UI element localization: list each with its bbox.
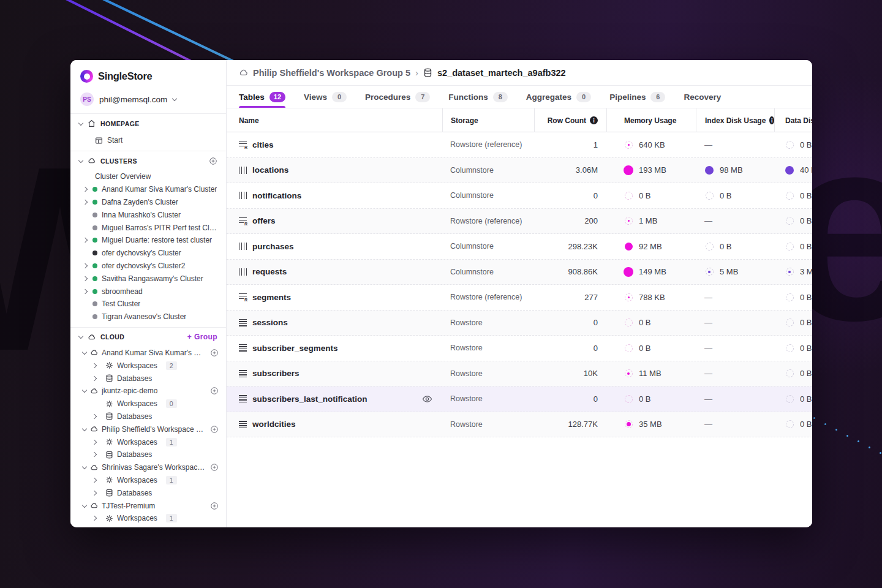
tab-functions[interactable]: Functions 8 [448, 86, 508, 108]
table-row-subscribers-last-notification[interactable]: subscribers_last_notification Rowstore 0… [227, 386, 812, 412]
info-icon[interactable] [590, 116, 598, 124]
section-cloud[interactable]: CLOUD + Group [70, 328, 226, 347]
chevron-right-icon[interactable] [83, 288, 88, 293]
add-icon[interactable] [210, 463, 219, 472]
chevron-right-icon[interactable] [83, 263, 88, 268]
tab-tables[interactable]: Tables 12 [239, 86, 285, 108]
sidebar-item-databases[interactable]: Databases [70, 410, 226, 423]
table-row-worldcities[interactable]: worldcities Rowstore 128.77K 35 MB — 0 B [227, 412, 812, 438]
storage-cell: Rowstore [442, 420, 534, 429]
column-header-data-disk[interactable]: Data Disk [774, 108, 812, 132]
column-header-index-disk-usage[interactable]: Index Disk Usage [696, 108, 774, 132]
sidebar-item-databases[interactable]: Databases [70, 448, 226, 461]
sidebar-item-cluster[interactable]: Anand Kumar Siva Kumar's Cluster [70, 183, 226, 196]
table-row-subscriber-segments[interactable]: subscriber_segments Rowstore 0 0 B — 0 B [227, 336, 812, 361]
add-group-button[interactable]: + Group [187, 333, 217, 341]
tab-label: Procedures [365, 92, 410, 102]
sidebar-item-cluster[interactable]: Miguel Barros's PITR Perf test Cluster [70, 221, 226, 234]
table-row-cities[interactable]: cities Rowstore (reference) 1 640 KB — 0… [227, 132, 812, 158]
table-row-segments[interactable]: segments Rowstore (reference) 277 788 KB… [227, 285, 812, 311]
usage-indicator-empty [785, 420, 794, 429]
sidebar-item-start[interactable]: Start [70, 133, 226, 148]
sidebar-item-workspaces[interactable]: Workspaces 1 [70, 435, 226, 448]
chevron-down-icon[interactable] [82, 464, 87, 469]
sidebar-item-databases[interactable]: Databases [70, 372, 226, 385]
user-menu[interactable]: PS phil@memsql.com [70, 85, 226, 113]
chevron-right-icon[interactable] [92, 452, 97, 457]
sidebar-item-workspace-group[interactable]: Philip Sheffield's Workspace Group 5 [70, 423, 226, 435]
column-header-memory-usage[interactable]: Memory Usage [606, 108, 696, 132]
add-icon[interactable] [210, 386, 219, 395]
chevron-right-icon[interactable] [83, 187, 88, 192]
chevron-right-icon[interactable] [92, 375, 97, 380]
chevron-right-icon[interactable] [92, 439, 97, 444]
column-header-name[interactable]: Name [227, 108, 442, 132]
chevron-down-icon[interactable] [82, 350, 87, 355]
chevron-right-icon[interactable] [92, 516, 97, 521]
tab-procedures[interactable]: Procedures 7 [365, 86, 430, 108]
section-clusters[interactable]: CLUSTERS [70, 151, 226, 170]
chevron-down-icon[interactable] [78, 157, 83, 162]
table-row-sessions[interactable]: sessions Rowstore 0 0 B — 0 B [227, 311, 812, 336]
chevron-right-icon[interactable] [92, 490, 97, 495]
column-header-storage[interactable]: Storage [442, 108, 534, 132]
chevron-right-icon[interactable] [92, 414, 97, 419]
sidebar-item-cluster[interactable]: Savitha Rangaswamy's Cluster [70, 272, 226, 285]
count-badge: 2 [166, 361, 177, 370]
sidebar-item-cluster[interactable]: Test Cluster [70, 298, 226, 311]
sidebar-item-cluster[interactable]: Inna Murashko's Cluster [70, 208, 226, 221]
tab-aggregates[interactable]: Aggregates 0 [526, 86, 591, 108]
sidebar-item-workspace-group[interactable]: Anand Kumar Siva Kumar's Workspa... [70, 347, 226, 360]
chevron-right-icon[interactable] [83, 238, 88, 243]
chevron-down-icon[interactable] [82, 426, 87, 431]
table-row-purchases[interactable]: purchases Columnstore 298.23K 92 MB 0 B … [227, 234, 812, 260]
sidebar-item-cluster[interactable]: ofer dychovsky's Cluster [70, 247, 226, 260]
chevron-right-icon[interactable] [92, 478, 97, 483]
table-row-requests[interactable]: requests Columnstore 908.86K 149 MB 5 MB… [227, 260, 812, 285]
sidebar-item-databases[interactable]: Databases [70, 486, 226, 499]
sidebar-item-workspaces[interactable]: Workspaces 2 [70, 359, 226, 372]
add-cluster-icon[interactable] [209, 157, 217, 165]
tab-pipelines[interactable]: Pipelines 6 [609, 86, 665, 108]
chevron-down-icon[interactable] [78, 120, 83, 125]
eye-icon[interactable] [422, 394, 432, 404]
sidebar-item-cluster[interactable]: sbroomhead [70, 285, 226, 298]
chevron-down-icon[interactable] [82, 388, 87, 393]
add-icon[interactable] [210, 425, 219, 434]
info-icon[interactable] [769, 116, 774, 124]
sidebar-item-workspaces[interactable]: Workspaces 0 [70, 398, 226, 410]
table-row-subscribers[interactable]: subscribers Rowstore 10K 11 MB — 0 B [227, 361, 812, 387]
sidebar-item-cluster[interactable]: Dafna Zayden's Cluster [70, 196, 226, 209]
usage-cell: 98 MB [696, 165, 774, 175]
sidebar-item-cluster[interactable]: ofer dychovsky's Cluster2 [70, 260, 226, 273]
chevron-right-icon[interactable] [83, 200, 88, 205]
sidebar-item-workspaces[interactable]: Workspaces 1 [70, 512, 226, 525]
chevron-right-icon[interactable] [92, 363, 97, 368]
add-icon[interactable] [210, 502, 219, 510]
brand[interactable]: SingleStore [70, 60, 226, 85]
sidebar-item-cluster[interactable]: Tigran Avanesov's Cluster [70, 311, 226, 323]
user-email: phil@memsql.com [99, 95, 167, 104]
chevron-right-icon[interactable] [83, 276, 88, 281]
column-header-row-count[interactable]: Row Count [534, 108, 606, 132]
tab-recovery[interactable]: Recovery [684, 86, 721, 108]
chevron-down-icon[interactable] [78, 334, 83, 339]
sidebar-item-databases[interactable]: Databases [70, 525, 226, 527]
table-row-offers[interactable]: offers Rowstore (reference) 200 1 MB — 0… [227, 209, 812, 235]
add-icon[interactable] [210, 349, 219, 357]
sidebar-item-workspace-group[interactable]: Shrinivas Sagare's Workspace Group [70, 461, 226, 474]
tab-views[interactable]: Views 0 [304, 86, 347, 108]
sidebar-item-cluster-overview[interactable]: Cluster Overview [70, 170, 226, 183]
chevron-down-icon[interactable] [82, 502, 87, 507]
rowstore-ref-icon [239, 217, 247, 225]
sidebar-item-workspace-group[interactable]: TJTest-Premium [70, 499, 226, 512]
breadcrumb-workspace[interactable]: Philip Sheffield's Workspace Group 5 [253, 68, 410, 78]
sidebar-item-workspace-group[interactable]: jkuntz-epic-demo [70, 385, 226, 398]
section-homepage[interactable]: HOMEPAGE [70, 114, 226, 133]
sidebar-item-cluster[interactable]: Miguel Duarte: restore test cluster [70, 234, 226, 247]
sidebar-item-workspaces[interactable]: Workspaces 1 [70, 474, 226, 487]
workspaces-icon [105, 476, 113, 484]
table-row-notifications[interactable]: notifications Columnstore 0 0 B 0 B 0 B [227, 183, 812, 209]
table-row-locations[interactable]: locations Columnstore 3.06M 193 MB 98 MB… [227, 158, 812, 184]
breadcrumb-database[interactable]: s2_dataset_martech_a9afb322 [437, 68, 566, 78]
